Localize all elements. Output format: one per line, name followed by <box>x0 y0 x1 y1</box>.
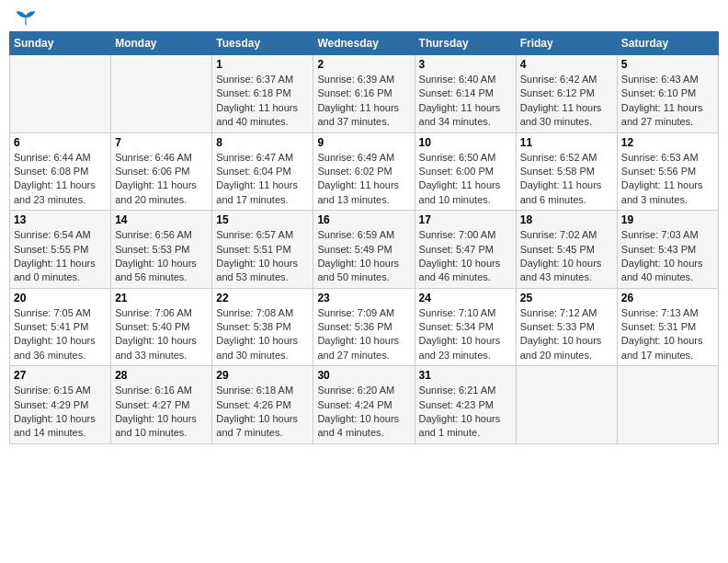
calendar-cell: 12Sunrise: 6:53 AM Sunset: 5:56 PM Dayli… <box>617 132 718 211</box>
day-number: 21 <box>115 292 208 304</box>
day-header-wednesday: Wednesday <box>313 32 415 55</box>
day-number: 10 <box>419 136 512 149</box>
day-number: 7 <box>115 136 208 149</box>
calendar-header-row: SundayMondayTuesdayWednesdayThursdayFrid… <box>10 32 719 55</box>
day-info: Sunrise: 6:16 AM Sunset: 4:27 PM Dayligh… <box>115 384 208 441</box>
calendar-cell: 1Sunrise: 6:37 AM Sunset: 6:18 PM Daylig… <box>212 55 313 133</box>
calendar-cell: 18Sunrise: 7:02 AM Sunset: 5:45 PM Dayli… <box>516 211 617 289</box>
calendar-cell: 5Sunrise: 6:43 AM Sunset: 6:10 PM Daylig… <box>617 55 718 133</box>
day-number: 6 <box>14 136 107 149</box>
calendar-week-3: 13Sunrise: 6:54 AM Sunset: 5:55 PM Dayli… <box>10 211 719 289</box>
calendar-table: SundayMondayTuesdayWednesdayThursdayFrid… <box>9 31 719 444</box>
day-info: Sunrise: 6:21 AM Sunset: 4:23 PM Dayligh… <box>419 384 512 441</box>
day-info: Sunrise: 6:56 AM Sunset: 5:53 PM Dayligh… <box>115 228 208 285</box>
day-info: Sunrise: 6:42 AM Sunset: 6:12 PM Dayligh… <box>520 73 613 130</box>
calendar-cell <box>617 366 718 444</box>
day-info: Sunrise: 6:39 AM Sunset: 6:16 PM Dayligh… <box>317 73 410 130</box>
day-number: 11 <box>520 136 613 149</box>
day-number: 2 <box>317 58 410 71</box>
calendar-cell: 27Sunrise: 6:15 AM Sunset: 4:29 PM Dayli… <box>10 366 111 444</box>
day-info: Sunrise: 6:43 AM Sunset: 6:10 PM Dayligh… <box>621 73 714 130</box>
day-number: 18 <box>520 213 613 226</box>
calendar-cell: 3Sunrise: 6:40 AM Sunset: 6:14 PM Daylig… <box>415 55 516 133</box>
calendar-cell: 15Sunrise: 6:57 AM Sunset: 5:51 PM Dayli… <box>212 211 313 289</box>
day-info: Sunrise: 6:18 AM Sunset: 4:26 PM Dayligh… <box>216 384 309 441</box>
day-info: Sunrise: 6:40 AM Sunset: 6:14 PM Dayligh… <box>419 73 512 130</box>
day-info: Sunrise: 6:47 AM Sunset: 6:04 PM Dayligh… <box>216 151 309 208</box>
day-number: 9 <box>317 136 410 149</box>
calendar-cell: 25Sunrise: 7:12 AM Sunset: 5:33 PM Dayli… <box>516 288 617 366</box>
day-number: 13 <box>14 213 107 226</box>
day-number: 8 <box>216 136 309 149</box>
calendar-cell <box>111 55 212 133</box>
day-info: Sunrise: 7:02 AM Sunset: 5:45 PM Dayligh… <box>520 228 613 285</box>
day-number: 12 <box>621 136 714 149</box>
day-info: Sunrise: 6:53 AM Sunset: 5:56 PM Dayligh… <box>621 151 714 208</box>
day-info: Sunrise: 6:52 AM Sunset: 5:58 PM Dayligh… <box>520 151 613 208</box>
day-number: 19 <box>621 213 714 226</box>
day-number: 17 <box>419 213 512 226</box>
calendar-cell: 13Sunrise: 6:54 AM Sunset: 5:55 PM Dayli… <box>10 211 111 289</box>
day-header-sunday: Sunday <box>10 32 111 55</box>
day-number: 16 <box>317 213 410 226</box>
day-number: 31 <box>419 369 512 382</box>
calendar-cell: 29Sunrise: 6:18 AM Sunset: 4:26 PM Dayli… <box>212 366 313 444</box>
calendar-cell: 24Sunrise: 7:10 AM Sunset: 5:34 PM Dayli… <box>415 288 516 366</box>
calendar-cell: 7Sunrise: 6:46 AM Sunset: 6:06 PM Daylig… <box>111 132 212 211</box>
day-info: Sunrise: 7:08 AM Sunset: 5:38 PM Dayligh… <box>216 306 309 363</box>
calendar-cell: 9Sunrise: 6:49 AM Sunset: 6:02 PM Daylig… <box>313 132 415 211</box>
day-info: Sunrise: 6:44 AM Sunset: 6:08 PM Dayligh… <box>14 151 107 208</box>
day-info: Sunrise: 7:13 AM Sunset: 5:31 PM Dayligh… <box>621 306 714 363</box>
day-info: Sunrise: 6:20 AM Sunset: 4:24 PM Dayligh… <box>317 384 410 441</box>
calendar-cell: 4Sunrise: 6:42 AM Sunset: 6:12 PM Daylig… <box>516 55 617 133</box>
day-info: Sunrise: 6:54 AM Sunset: 5:55 PM Dayligh… <box>14 228 107 285</box>
calendar-cell: 22Sunrise: 7:08 AM Sunset: 5:38 PM Dayli… <box>212 288 313 366</box>
day-info: Sunrise: 6:57 AM Sunset: 5:51 PM Dayligh… <box>216 228 309 285</box>
day-info: Sunrise: 7:10 AM Sunset: 5:34 PM Dayligh… <box>419 306 512 363</box>
day-info: Sunrise: 7:12 AM Sunset: 5:33 PM Dayligh… <box>520 306 613 363</box>
calendar-week-2: 6Sunrise: 6:44 AM Sunset: 6:08 PM Daylig… <box>10 132 719 211</box>
day-number: 22 <box>216 292 309 304</box>
day-info: Sunrise: 7:09 AM Sunset: 5:36 PM Dayligh… <box>317 306 410 363</box>
calendar-cell: 28Sunrise: 6:16 AM Sunset: 4:27 PM Dayli… <box>111 366 212 444</box>
day-header-thursday: Thursday <box>415 32 516 55</box>
day-info: Sunrise: 6:59 AM Sunset: 5:49 PM Dayligh… <box>317 228 410 285</box>
calendar-cell: 30Sunrise: 6:20 AM Sunset: 4:24 PM Dayli… <box>313 366 415 444</box>
calendar-cell: 8Sunrise: 6:47 AM Sunset: 6:04 PM Daylig… <box>212 132 313 211</box>
day-info: Sunrise: 6:49 AM Sunset: 6:02 PM Dayligh… <box>317 151 410 208</box>
day-info: Sunrise: 6:37 AM Sunset: 6:18 PM Dayligh… <box>216 73 309 130</box>
day-header-friday: Friday <box>516 32 617 55</box>
calendar-cell <box>10 55 111 133</box>
calendar-cell: 2Sunrise: 6:39 AM Sunset: 6:16 PM Daylig… <box>313 55 415 133</box>
calendar-cell <box>516 366 617 444</box>
calendar-cell: 10Sunrise: 6:50 AM Sunset: 6:00 PM Dayli… <box>415 132 516 211</box>
day-number: 24 <box>419 292 512 304</box>
day-number: 25 <box>520 292 613 304</box>
page-header <box>9 9 719 24</box>
day-header-saturday: Saturday <box>617 32 718 55</box>
day-info: Sunrise: 6:15 AM Sunset: 4:29 PM Dayligh… <box>14 384 107 441</box>
calendar-cell: 6Sunrise: 6:44 AM Sunset: 6:08 PM Daylig… <box>10 132 111 211</box>
calendar-cell: 23Sunrise: 7:09 AM Sunset: 5:36 PM Dayli… <box>313 288 415 366</box>
calendar-cell: 19Sunrise: 7:03 AM Sunset: 5:43 PM Dayli… <box>617 211 718 289</box>
logo-bird-icon <box>15 9 37 28</box>
day-header-monday: Monday <box>111 32 212 55</box>
calendar-week-4: 20Sunrise: 7:05 AM Sunset: 5:41 PM Dayli… <box>10 288 719 366</box>
logo <box>13 9 37 24</box>
calendar-cell: 11Sunrise: 6:52 AM Sunset: 5:58 PM Dayli… <box>516 132 617 211</box>
day-info: Sunrise: 6:50 AM Sunset: 6:00 PM Dayligh… <box>419 151 512 208</box>
calendar-cell: 26Sunrise: 7:13 AM Sunset: 5:31 PM Dayli… <box>617 288 718 366</box>
day-header-tuesday: Tuesday <box>212 32 313 55</box>
day-info: Sunrise: 7:03 AM Sunset: 5:43 PM Dayligh… <box>621 228 714 285</box>
day-number: 1 <box>216 58 309 71</box>
day-number: 14 <box>115 213 208 226</box>
day-number: 28 <box>115 369 208 382</box>
day-number: 5 <box>621 58 714 71</box>
calendar-cell: 14Sunrise: 6:56 AM Sunset: 5:53 PM Dayli… <box>111 211 212 289</box>
calendar-cell: 20Sunrise: 7:05 AM Sunset: 5:41 PM Dayli… <box>10 288 111 366</box>
day-number: 27 <box>14 369 107 382</box>
day-number: 4 <box>520 58 613 71</box>
day-number: 26 <box>621 292 714 304</box>
calendar-cell: 21Sunrise: 7:06 AM Sunset: 5:40 PM Dayli… <box>111 288 212 366</box>
day-number: 15 <box>216 213 309 226</box>
